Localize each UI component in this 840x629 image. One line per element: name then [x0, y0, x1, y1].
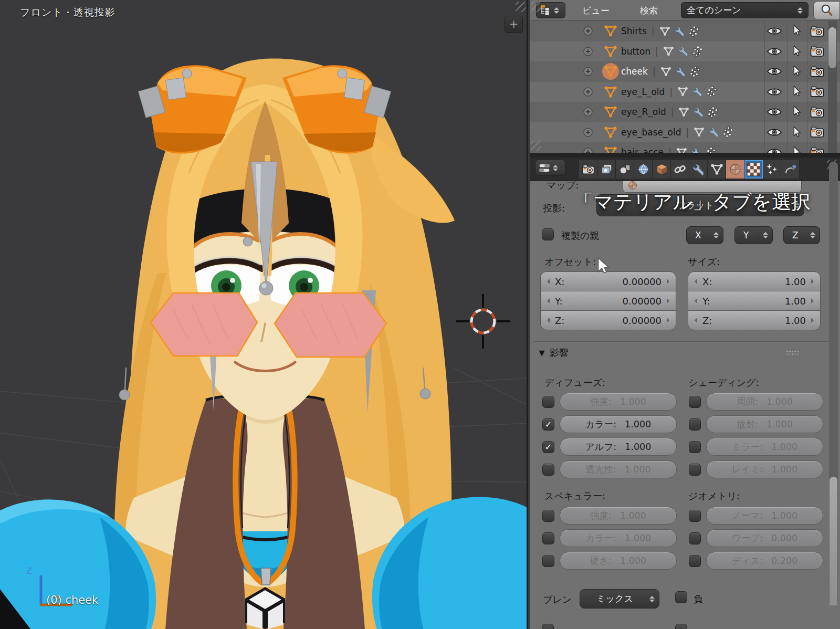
shading-raymir-checkbox[interactable]: ✓ — [689, 464, 701, 476]
tab-world[interactable] — [634, 160, 653, 179]
tab-render[interactable] — [579, 160, 597, 179]
3d-viewport[interactable]: フロント・透視投影 Z X (0) cheek + — [0, 0, 528, 629]
selectability-cursor-icon[interactable] — [791, 25, 801, 37]
expand-icon[interactable] — [583, 66, 593, 77]
outliner-row-eye-l-old[interactable]: eye_L_old | — [530, 82, 840, 102]
diffuse-intensity-checkbox[interactable]: ✓ — [542, 396, 554, 408]
tab-render-layers[interactable] — [597, 160, 616, 179]
dupli-parent-checkbox[interactable]: ✓ — [542, 228, 554, 240]
expand-icon[interactable] — [583, 87, 593, 97]
diffuse-translucency-field[interactable]: 透光性:1.000 — [560, 460, 677, 478]
diffuse-alpha-field[interactable]: アルフ:1.000 — [560, 438, 677, 456]
search-button[interactable] — [813, 1, 840, 20]
add-panel-button[interactable]: + — [505, 16, 523, 33]
selectability-cursor-icon[interactable] — [791, 106, 801, 118]
object-name[interactable]: eye_L_old — [621, 87, 665, 97]
selectability-cursor-icon[interactable] — [791, 126, 801, 139]
diffuse-translucency-checkbox[interactable]: ✓ — [542, 464, 554, 476]
editor-type-selector[interactable] — [535, 160, 565, 176]
selectability-cursor-icon[interactable] — [791, 86, 801, 98]
visibility-eye-icon[interactable] — [767, 87, 782, 97]
shading-ambient-checkbox[interactable]: ✓ — [689, 396, 701, 408]
shading-raymir-field[interactable]: レイミ:1.000 — [706, 460, 823, 478]
axis-x-dropdown[interactable]: X — [686, 226, 723, 244]
offset-y-field[interactable]: Y:0.00000 — [541, 291, 676, 310]
diffuse-intensity-field[interactable]: 強度:1.000 — [560, 393, 677, 411]
outliner-corner-grip[interactable] — [531, 141, 541, 151]
tab-modifiers[interactable] — [689, 160, 708, 179]
object-name[interactable]: Shirts — [621, 26, 647, 36]
outliner-scene-filter-dropdown[interactable]: 全てのシーン — [681, 2, 808, 18]
expand-icon[interactable] — [583, 26, 593, 36]
renderability-camera-icon[interactable] — [810, 106, 824, 118]
tab-physics[interactable] — [781, 160, 800, 179]
outliner-row-cheek-active[interactable]: cheek | — [530, 61, 840, 82]
offset-z-field[interactable]: Z:0.00000 — [541, 311, 676, 330]
blend-mode-dropdown[interactable]: ミックス — [580, 589, 659, 609]
geometry-normal-checkbox[interactable]: ✓ — [689, 510, 701, 522]
influence-section-header[interactable]: ▼影響 — [538, 347, 569, 359]
axis-z-dropdown[interactable]: Z — [783, 226, 820, 244]
tab-material[interactable] — [726, 160, 744, 179]
renderability-camera-icon[interactable] — [810, 86, 824, 98]
specular-hardness-field[interactable]: 硬さ:1.000 — [560, 552, 677, 570]
selectability-cursor-icon[interactable] — [791, 146, 801, 153]
tab-particles[interactable] — [763, 160, 781, 179]
tab-object-data[interactable] — [708, 160, 726, 179]
object-name[interactable]: eye_R_old — [621, 107, 666, 117]
renderability-camera-icon[interactable] — [810, 126, 824, 138]
clipped-checkbox[interactable] — [542, 624, 554, 629]
renderability-camera-icon[interactable] — [810, 25, 824, 37]
outliner-scrollbar-thumb[interactable] — [828, 27, 836, 68]
geometry-warp-checkbox[interactable]: ✓ — [689, 532, 701, 544]
panel-drag-grip-icon[interactable] — [786, 350, 800, 355]
geometry-normal-field[interactable]: ノーマ:1.000 — [706, 507, 823, 525]
outliner-row-button[interactable]: button | — [530, 41, 840, 62]
geometry-warp-field[interactable]: ワープ:0.000 — [706, 529, 823, 547]
negative-checkbox[interactable]: ✓ — [675, 591, 687, 603]
properties-scrollbar-thumb[interactable] — [830, 477, 837, 605]
outliner-menu-search[interactable]: 検索 — [640, 5, 658, 17]
size-x-field[interactable]: X:1.00 — [688, 272, 820, 291]
diffuse-alpha-checkbox[interactable]: ✓ — [542, 441, 554, 453]
size-y-field[interactable]: Y:1.00 — [688, 291, 820, 310]
shading-mirror-field[interactable]: ミラー:1.000 — [706, 438, 823, 456]
specular-color-field[interactable]: カラー:1.000 — [560, 529, 677, 547]
axis-y-dropdown[interactable]: Y — [734, 226, 773, 244]
properties-scrollbar[interactable] — [829, 162, 838, 605]
renderability-camera-icon[interactable] — [810, 45, 824, 57]
selectability-cursor-icon[interactable] — [791, 45, 801, 58]
specular-color-checkbox[interactable]: ✓ — [542, 532, 554, 544]
renderability-camera-icon[interactable] — [810, 66, 824, 78]
diffuse-color-field[interactable]: カラー:1.000 — [560, 415, 677, 433]
size-z-field[interactable]: Z:1.00 — [688, 311, 820, 330]
shading-mirror-checkbox[interactable]: ✓ — [689, 441, 701, 453]
object-name[interactable]: eye_base_old — [621, 127, 681, 138]
tab-constraints[interactable] — [671, 160, 689, 179]
expand-icon[interactable] — [583, 46, 593, 57]
outliner-row-shirts[interactable]: Shirts | — [530, 21, 840, 41]
visibility-eye-icon[interactable] — [767, 26, 782, 36]
specular-hardness-checkbox[interactable]: ✓ — [542, 555, 554, 567]
visibility-eye-icon[interactable] — [767, 66, 782, 77]
renderability-camera-icon[interactable] — [810, 146, 824, 153]
visibility-eye-icon[interactable] — [767, 46, 782, 57]
object-name[interactable]: cheek — [621, 66, 648, 77]
visibility-eye-icon[interactable] — [767, 147, 782, 153]
viewport-corner-grip[interactable] — [516, 2, 526, 12]
expand-icon[interactable] — [583, 127, 593, 138]
outliner-row-hair-acce[interactable]: hair_acce | — [530, 142, 840, 153]
outliner-row-eye-base-old[interactable]: eye_base_old | — [530, 122, 840, 143]
tab-object[interactable] — [653, 160, 671, 179]
outliner-row-eye-r-old[interactable]: eye_R_old | — [530, 102, 840, 122]
object-name[interactable]: hair_acce — [621, 147, 664, 153]
geometry-displace-field[interactable]: ディス:0.200 — [706, 552, 823, 570]
clipped-checkbox[interactable] — [675, 624, 687, 629]
shading-emit-field[interactable]: 放射:1.000 — [706, 415, 823, 433]
shading-emit-checkbox[interactable]: ✓ — [689, 418, 701, 431]
selectability-cursor-icon[interactable] — [791, 65, 801, 78]
tab-scene[interactable] — [616, 160, 634, 179]
outliner-corner-grip[interactable] — [531, 2, 541, 12]
specular-intensity-field[interactable]: 強度:1.000 — [560, 507, 677, 525]
visibility-eye-icon[interactable] — [767, 107, 782, 117]
